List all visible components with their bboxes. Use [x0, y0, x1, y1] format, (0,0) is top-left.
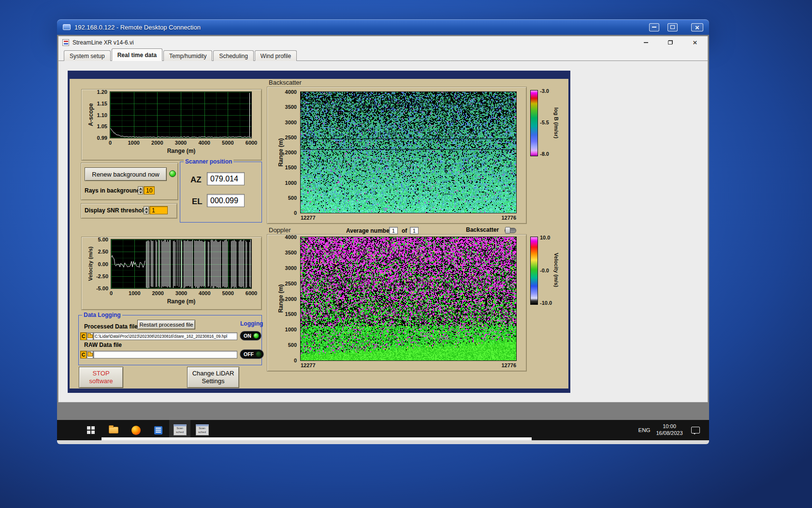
tick-label: 3500: [269, 250, 297, 255]
app-minimize-button[interactable]: [637, 37, 654, 47]
raw-drive-box[interactable]: C: [80, 351, 87, 359]
snr-spinner[interactable]: [144, 206, 149, 214]
rdp-minimize-button[interactable]: [649, 23, 659, 31]
tick-label: 1.15: [79, 101, 107, 106]
restart-processed-file-button[interactable]: Restart processed file: [137, 320, 195, 329]
tick-label: 3000: [269, 120, 297, 125]
backscatter-x-end: 12776: [487, 215, 516, 221]
average-number-field[interactable]: 1: [389, 227, 398, 234]
tick-label: 2000: [269, 149, 297, 155]
rays-spinner[interactable]: [138, 186, 143, 194]
tab-scheduling[interactable]: Scheduling: [213, 50, 253, 61]
tick-label: 1.10: [79, 112, 107, 118]
ascope-plot[interactable]: [110, 91, 252, 138]
folder-icon: [87, 334, 93, 338]
tick-label: 0: [269, 358, 297, 363]
on-led: [253, 333, 259, 339]
rays-value-field[interactable]: 10: [144, 186, 155, 194]
raw-path-field[interactable]: [93, 351, 237, 359]
backscatter-plot-canvas[interactable]: [301, 92, 516, 213]
velocity-plot[interactable]: [111, 239, 252, 289]
velocity-plot-canvas[interactable]: [111, 239, 251, 288]
processed-browse-button[interactable]: [87, 332, 93, 340]
change-lidar-settings-button[interactable]: Change LiDAR Settings: [187, 367, 239, 388]
scanner-position-title: Scanner position: [184, 158, 233, 165]
el-value-field[interactable]: 000.099: [207, 194, 245, 207]
tick-label: 6000: [246, 290, 257, 296]
tick-label: 2500: [269, 281, 297, 286]
spinner-down-icon[interactable]: [138, 191, 143, 194]
notification-center-button[interactable]: [686, 420, 705, 440]
stop-software-button[interactable]: STOP software: [79, 367, 123, 388]
tab-temp-humidity[interactable]: Temp/humidity: [163, 50, 212, 61]
firefox-icon: [131, 426, 141, 435]
start-button[interactable]: [80, 420, 102, 440]
raw-logging-off-button[interactable]: OFF: [240, 349, 264, 359]
tab-wind-profile[interactable]: Wind profile: [255, 50, 297, 61]
doppler-colorbar[interactable]: [530, 237, 538, 305]
app-restore-button[interactable]: [662, 37, 679, 47]
rdp-titlebar[interactable]: 192.168.0.122 - Remote Desktop Connectio…: [57, 19, 709, 35]
spinner-up-icon[interactable]: [144, 207, 148, 210]
processed-path-field[interactable]: C:\Lidar\Data\Proc\2023\202308\20230816\…: [93, 332, 237, 340]
tick-label: 1000: [269, 180, 297, 186]
scanner-position-cluster: [180, 162, 262, 223]
spinner-up-icon[interactable]: [138, 187, 143, 191]
tick-label: 1500: [269, 164, 297, 170]
rays-in-background-label: Rays in background: [85, 187, 140, 194]
clock[interactable]: 10:00 16/08/2023: [653, 420, 685, 440]
tick-label: 0.00: [80, 261, 108, 267]
scan-icon-text: sched: [176, 431, 184, 434]
clock-time: 10:00: [663, 423, 676, 430]
tick-label: 3000: [175, 140, 187, 146]
raw-browse-button[interactable]: [87, 351, 93, 359]
tick-label: -5.00: [80, 285, 108, 291]
doppler-plot[interactable]: [300, 237, 517, 361]
tick-label: 0: [110, 290, 113, 296]
backscatter-x-start: 12277: [301, 215, 316, 221]
tick-label: 6000: [246, 140, 257, 146]
of-label: of: [402, 227, 407, 234]
tick-label: 2000: [151, 140, 163, 146]
blue-app-icon: [154, 426, 162, 434]
windows-logo-icon: [87, 426, 95, 434]
processed-drive-box[interactable]: C: [80, 332, 87, 340]
off-led: [256, 351, 261, 357]
renew-background-led: [169, 170, 176, 177]
of-value-field[interactable]: 1: [410, 227, 419, 234]
tab-system-setup[interactable]: System setup: [64, 50, 111, 61]
tick-label: 0.99: [79, 135, 107, 141]
tick-label: 2000: [152, 290, 163, 296]
tick-label: 4000: [199, 290, 210, 296]
tick-label: 5000: [222, 140, 233, 146]
processed-data-file-label: Processed Data file: [84, 323, 138, 330]
folder-icon: [87, 353, 93, 357]
clock-date: 16/08/2023: [656, 430, 682, 437]
language-indicator[interactable]: ENG: [635, 420, 653, 440]
az-value-field[interactable]: 079.014: [207, 172, 245, 185]
backscatter-toggle-knob[interactable]: [505, 227, 510, 234]
doppler-plot-canvas[interactable]: [301, 237, 516, 360]
tick-label: 2000: [269, 296, 297, 302]
backscatter-toggle-label: Backscatter: [466, 226, 499, 233]
rdp-window-bottom-edge: [57, 440, 709, 444]
tick-label: 3000: [269, 265, 297, 271]
tab-real-time-data[interactable]: Real time data: [112, 48, 162, 61]
snr-value-field[interactable]: 1: [149, 206, 168, 214]
backscatter-colorbar[interactable]: [530, 90, 538, 156]
app-close-button[interactable]: ×: [686, 37, 704, 47]
off-label: OFF: [244, 351, 254, 357]
scan-icon-text: sched: [198, 431, 206, 434]
scan-sched-icon: Scan sched: [174, 424, 187, 435]
tick-label: -10.0: [540, 300, 562, 306]
rdp-title: 192.168.0.122 - Remote Desktop Connectio…: [74, 24, 201, 31]
backscatter-plot[interactable]: [300, 91, 517, 213]
spinner-down-icon[interactable]: [144, 210, 148, 214]
rdp-maximize-button[interactable]: [667, 23, 678, 31]
rdp-close-button[interactable]: ×: [691, 23, 703, 31]
renew-background-button[interactable]: Renew background now: [85, 167, 167, 181]
ascope-plot-canvas[interactable]: [110, 92, 251, 138]
streamline-titlebar[interactable]: StreamLine XR v14-6.vi ×: [58, 36, 708, 48]
processed-logging-on-button[interactable]: ON: [240, 331, 261, 341]
tick-label: 10.0: [540, 235, 562, 240]
